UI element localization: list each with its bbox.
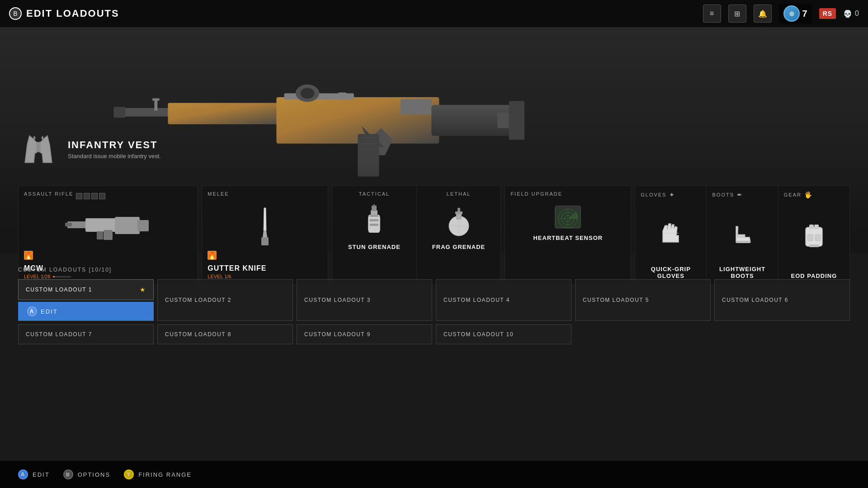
lethal-label: LETHAL (447, 191, 471, 197)
svg-rect-44 (555, 206, 580, 209)
svg-rect-50 (736, 241, 750, 243)
svg-rect-60 (809, 244, 819, 247)
notification-button[interactable]: 🔔 (754, 5, 772, 23)
svg-rect-56 (809, 225, 814, 229)
tactical-label: TACTICAL (359, 191, 390, 197)
loadouts-grid-row2: CUSTOM LOADOUT 7 CUSTOM LOADOUT 8 CUSTOM… (18, 324, 850, 344)
empty-loadout-space (575, 324, 850, 344)
melee-label: MELEE (208, 191, 322, 197)
weapon-attachment-slots (76, 193, 105, 199)
svg-rect-18 (36, 142, 41, 151)
page-title: EDIT LOADOUTS (26, 8, 119, 19)
svg-rect-1 (113, 107, 125, 117)
back-button[interactable]: B EDIT LOADOUTS (9, 7, 119, 20)
skull-icon: 💀 (843, 9, 852, 18)
grid-icon: ⊞ (734, 9, 740, 18)
back-circle-icon: B (9, 7, 22, 20)
svg-rect-10 (509, 101, 524, 140)
assault-rifle-label: ASSAULT RIFLE (24, 191, 73, 197)
svg-rect-57 (814, 225, 819, 229)
svg-rect-24 (137, 220, 149, 231)
vest-info: INFANTRY VEST Standard issue mobile infa… (68, 139, 161, 160)
top-right-controls: ≡ ⊞ 🔔 ◎ 7 RS 💀 0 (703, 4, 859, 23)
edit-button[interactable]: A EDIT (18, 302, 154, 321)
svg-rect-16 (152, 99, 159, 101)
loadout-1-button[interactable]: CUSTOM LOADOUT 1 ★ (18, 279, 154, 300)
svg-rect-34 (373, 204, 375, 207)
chat-button[interactable]: ≡ (703, 5, 721, 23)
gloves-icon (641, 198, 701, 266)
frag-grenade-name: FRAG GRENADE (432, 244, 485, 250)
fire-badge: 🔥 (24, 251, 33, 260)
melee-image (208, 201, 322, 251)
loadout-8-button[interactable]: CUSTOM LOADOUT 8 (157, 324, 293, 344)
svg-rect-30 (370, 215, 378, 217)
heartbeat-sensor-icon (552, 201, 584, 233)
edit-action-button[interactable]: A EDIT (18, 469, 50, 479)
boots-icon-indicator: ✒ (737, 191, 743, 198)
heartbeat-sensor-name: HEARTBEAT SENSOR (510, 235, 625, 241)
edit-action-label: EDIT (33, 471, 50, 478)
rank-badge: ◎ 7 (779, 4, 812, 23)
gloves-label: GLOVES (641, 192, 666, 197)
bell-icon: 🔔 (758, 9, 767, 18)
vest-description: Standard issue mobile infantry vest. (68, 153, 161, 160)
rank-number: 7 (802, 9, 807, 19)
svg-rect-7 (401, 99, 432, 114)
assault-rifle-image (24, 201, 192, 251)
svg-rect-23 (97, 231, 103, 239)
skull-badge: 💀 0 (843, 9, 859, 18)
boots-icon (712, 198, 772, 266)
stun-grenade-name: STUN GRENADE (348, 244, 401, 250)
svg-rect-26 (261, 237, 269, 245)
loadout-5-button[interactable]: CUSTOM LOADOUT 5 (575, 279, 711, 321)
loadouts-header: CUSTOM LOADOUTS [10/10] (18, 267, 850, 273)
boots-label: BOOTS (712, 192, 734, 197)
loadout-1-container: CUSTOM LOADOUT 1 ★ A EDIT (18, 279, 154, 321)
chat-icon: ≡ (710, 9, 714, 18)
svg-rect-31 (370, 219, 378, 221)
edit-key-badge: A (27, 306, 37, 316)
loadout-6-button[interactable]: CUSTOM LOADOUT 6 (714, 279, 850, 321)
loadout-4-button[interactable]: CUSTOM LOADOUT 4 (436, 279, 571, 321)
edit-row: A EDIT (18, 302, 154, 321)
gear-icon-indicator: 🖐 (804, 191, 813, 198)
firing-range-action-label: FIRING RANGE (138, 471, 192, 478)
loadout-10-button[interactable]: CUSTOM LOADOUT 10 (436, 324, 571, 344)
options-action-button[interactable]: ☰ OPTIONS (63, 469, 111, 479)
skull-count: 0 (855, 9, 859, 18)
stun-grenade-icon (359, 206, 390, 237)
svg-rect-15 (154, 99, 157, 111)
loadouts-section: CUSTOM LOADOUTS [10/10] CUSTOM LOADOUT 1… (18, 267, 850, 348)
vest-name: INFANTRY VEST (68, 139, 161, 151)
loadout-7-button[interactable]: CUSTOM LOADOUT 7 (18, 324, 154, 344)
gear-label: GEAR (784, 192, 802, 197)
frag-grenade-icon (443, 206, 475, 237)
loadouts-grid-row1: CUSTOM LOADOUT 1 ★ A EDIT CUSTOM LOADOUT… (18, 279, 850, 321)
melee-fire-badge: 🔥 (208, 251, 217, 260)
loadout-2-button[interactable]: CUSTOM LOADOUT 2 (157, 279, 293, 321)
svg-point-6 (301, 88, 315, 99)
vest-panel: INFANTRY VEST Standard issue mobile infa… (18, 129, 208, 169)
gloves-icon-indicator: ✦ (669, 191, 675, 198)
loadout-9-button[interactable]: CUSTOM LOADOUT 9 (297, 324, 432, 344)
field-upgrade-label: FIELD UPGRADE (510, 191, 625, 197)
star-icon: ★ (140, 286, 146, 293)
edit-action-key: A (18, 469, 28, 479)
svg-rect-59 (815, 235, 821, 241)
svg-rect-25 (65, 223, 72, 226)
svg-rect-58 (807, 235, 813, 241)
bottom-action-bar: A EDIT ☰ OPTIONS Y FIRING RANGE (0, 461, 868, 488)
loadout-3-button[interactable]: CUSTOM LOADOUT 3 (297, 279, 432, 321)
rs-badge: RS (819, 8, 836, 19)
svg-rect-22 (104, 230, 113, 240)
top-navigation-bar: B EDIT LOADOUTS ≡ ⊞ 🔔 ◎ 7 RS 💀 0 (0, 0, 868, 27)
options-action-label: OPTIONS (78, 471, 111, 478)
back-letter: B (13, 10, 17, 17)
svg-rect-21 (115, 217, 140, 234)
svg-rect-17 (339, 93, 346, 99)
grid-button[interactable]: ⊞ (728, 5, 746, 23)
options-action-key: ☰ (63, 469, 73, 479)
firing-range-action-button[interactable]: Y FIRING RANGE (124, 469, 192, 479)
svg-rect-32 (370, 224, 378, 226)
